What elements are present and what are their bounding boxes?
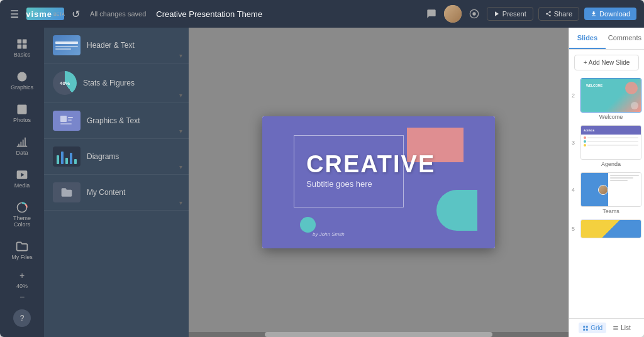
shape-teal-semicircle — [436, 190, 477, 231]
panel-item-my-content[interactable]: My Content ▾ — [44, 175, 189, 211]
svg-rect-5 — [18, 45, 22, 49]
menu-button[interactable]: ☰ — [8, 6, 21, 23]
sidebar-item-photos[interactable]: Photos — [3, 98, 41, 128]
svg-rect-15 — [68, 119, 72, 121]
slides-list: 2 WELCOME Welcome 3 — [569, 75, 644, 318]
grid-view-button[interactable]: Grid — [579, 323, 606, 333]
sidebar-item-media-label: Media — [14, 182, 30, 189]
slide-creative-text: CREATIVE — [306, 151, 435, 178]
target-button[interactable] — [467, 6, 482, 21]
svg-rect-22 — [613, 328, 618, 328]
sidebar-item-graphics-label: Graphics — [11, 84, 33, 91]
tab-comments[interactable]: Comments — [606, 28, 644, 49]
diagrams-thumb — [53, 146, 80, 167]
my-content-thumb — [53, 182, 80, 202]
share-button[interactable]: Share — [538, 7, 579, 21]
right-panel: Slides Comments + Add New Slide 2 WELCO — [569, 28, 644, 337]
help-button[interactable]: ? — [13, 309, 31, 327]
slide-thumb-teams[interactable]: 4 — [572, 172, 641, 214]
sidebar-item-theme-colors-label: Theme Colors — [6, 215, 38, 228]
panel-arrow-2: ▾ — [179, 128, 182, 135]
slide-thumb-5[interactable]: 5 — [572, 219, 641, 238]
zoom-in-button[interactable]: + — [19, 270, 25, 280]
agenda-thumb-bg: AGENDA — [581, 126, 641, 159]
topbar: ☰ visme BETA ↺ All changes saved Creativ… — [0, 0, 644, 28]
panel-diagrams-label: Diagrams — [87, 152, 119, 161]
slide-thumb-label-welcome: Welcome — [580, 114, 641, 120]
slide[interactable]: CREATIVE Subtitle goes here by John Smit… — [262, 116, 495, 248]
slide-thumb-row-4: 4 — [572, 172, 641, 207]
panel-item-stats-figures[interactable]: 40% Stats & Figures ▾ — [44, 64, 189, 103]
tab-slides[interactable]: Slides — [569, 28, 606, 49]
logo-beta: BETA — [53, 12, 65, 16]
present-button[interactable]: Present — [487, 7, 533, 21]
panel-arrow-4: ▾ — [179, 199, 182, 206]
slide-num-4: 4 — [572, 187, 578, 193]
topbar-right: Present Share Download — [424, 5, 636, 23]
left-panel: Header & Text ▾ 40% Stats & Figures ▾ Gr… — [44, 28, 189, 337]
slide-subtitle: Subtitle goes here — [306, 179, 372, 189]
add-new-slide-button[interactable]: + Add New Slide — [574, 55, 639, 70]
slide-thumb-row-3: 3 AGENDA — [572, 125, 641, 160]
slide-thumb-img-agenda: AGENDA — [580, 125, 641, 160]
sidebar-item-basics[interactable]: Basics — [3, 33, 41, 63]
svg-rect-13 — [60, 116, 67, 122]
svg-point-12 — [18, 203, 27, 213]
avatar-image — [444, 5, 462, 23]
graphics-text-thumb — [53, 111, 80, 131]
sidebar-item-data-label: Data — [16, 150, 28, 156]
zoom-out-button[interactable]: − — [19, 292, 25, 302]
svg-rect-21 — [613, 326, 618, 327]
app-container: ☰ visme BETA ↺ All changes saved Creativ… — [0, 0, 644, 337]
scrollbar-thumb[interactable] — [265, 332, 492, 337]
logo: visme BETA — [26, 8, 64, 20]
horizontal-scrollbar[interactable] — [189, 332, 569, 337]
slide-thumb-label-teams: Teams — [580, 208, 641, 214]
sidebar-item-media[interactable]: Media — [3, 163, 41, 194]
slide-num-2: 2 — [572, 92, 578, 99]
sidebar-item-my-files[interactable]: My Files — [3, 235, 41, 265]
slide-thumb-row-5: 5 — [572, 219, 641, 238]
panel-stats-label: Stats & Figures — [83, 79, 135, 87]
svg-point-1 — [472, 12, 475, 15]
topbar-left: ☰ visme BETA ↺ All changes saved Creativ… — [8, 6, 262, 23]
canvas-area: CREATIVE Subtitle goes here by John Smit… — [189, 28, 569, 337]
welcome-thumb-bg: WELCOME — [581, 79, 641, 112]
right-tabs: Slides Comments — [569, 28, 644, 50]
undo-button[interactable]: ↺ — [69, 6, 82, 23]
list-view-button[interactable]: List — [609, 323, 635, 333]
sidebar-item-graphics[interactable]: Graphics — [3, 65, 41, 96]
header-text-thumb — [53, 35, 80, 55]
panel-item-diagrams[interactable]: Diagrams ▾ — [44, 139, 189, 175]
panel-graphics-text-label: Graphics & Text — [87, 116, 140, 125]
logo-text: visme — [26, 9, 52, 19]
document-title: Creative Presentation Theme — [156, 9, 262, 19]
stats-circle: 40% — [53, 71, 77, 95]
auto-save-status: All changes saved — [90, 10, 146, 18]
slide-author: by John Smith — [313, 231, 345, 237]
svg-rect-19 — [584, 328, 586, 330]
slide-thumb-agenda[interactable]: 3 AGENDA — [572, 125, 641, 167]
svg-rect-3 — [18, 40, 22, 44]
chat-button[interactable] — [424, 6, 439, 21]
svg-rect-18 — [586, 326, 588, 328]
sidebar-icons: Basics Graphics Photos Data Media Theme … — [0, 28, 44, 337]
slide-thumb-row-2: 2 WELCOME — [572, 78, 641, 113]
sidebar-item-theme-colors[interactable]: Theme Colors — [3, 196, 41, 233]
logo-image: visme BETA — [26, 8, 64, 20]
slide-num-5: 5 — [572, 226, 578, 232]
panel-item-header-text[interactable]: Header & Text ▾ — [44, 28, 189, 64]
panel-arrow-0: ▾ — [179, 52, 182, 59]
slide-thumb-label-agenda: Agenda — [580, 161, 641, 167]
download-button[interactable]: Download — [584, 8, 636, 20]
sidebar-item-my-files-label: My Files — [11, 254, 33, 260]
panel-item-graphics-text[interactable]: Graphics & Text ▾ — [44, 103, 189, 139]
avatar[interactable] — [444, 5, 462, 23]
slide-overlay: CREATIVE Subtitle goes here by John Smit… — [262, 116, 495, 248]
slide-thumb-welcome[interactable]: 2 WELCOME Welcome — [572, 78, 641, 120]
sidebar-item-data[interactable]: Data — [3, 131, 41, 161]
svg-rect-20 — [586, 328, 588, 330]
shape-teal-small — [300, 217, 316, 233]
zoom-level: 40% — [16, 283, 28, 289]
view-toggle: Grid List — [569, 318, 644, 337]
